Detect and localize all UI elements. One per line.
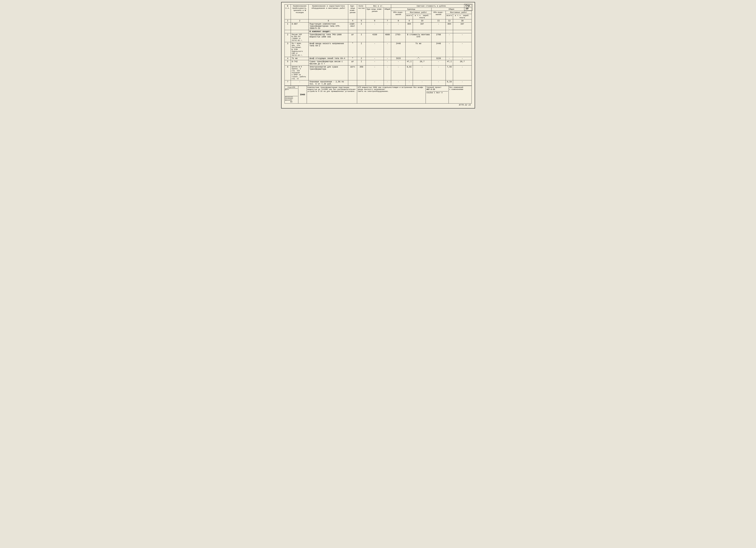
col-num-5: 5	[357, 19, 366, 23]
row6-eq1: -	[391, 65, 406, 80]
row1-num: I	[285, 23, 291, 30]
header-col5: Коли-чество	[357, 5, 366, 19]
stamp-sign: Bo	[285, 101, 298, 103]
note-m2	[413, 30, 431, 33]
row6-name: Электроэнергия для сушки трансформатора	[309, 65, 348, 80]
note-t1	[446, 30, 453, 33]
row4-total-zp: -	[453, 57, 471, 60]
col-num-6: 6	[366, 19, 384, 23]
row4-qty: 2	[357, 57, 366, 60]
bottom-reference: 8775-I2 II	[285, 104, 472, 106]
row4-mont-note: -"-	[405, 57, 431, 60]
header-eq2: Обо-рудо-вания	[431, 11, 446, 19]
row1-eq1: -	[391, 23, 406, 30]
row3-w-total: -	[384, 42, 391, 57]
row7-ref: -	[291, 80, 309, 86]
row5-num: 5	[285, 60, 291, 65]
header-eq1: Обо-рудо-вания	[391, 11, 406, 19]
footer-middle-text: КТП мощностью I000 ква отдельностоящая и…	[357, 86, 426, 103]
status-label: без изменений	[449, 86, 471, 88]
table-row: 4 То же Шкаф отходящих линий типа КН-4 "…	[285, 57, 471, 60]
row7-num: 7	[285, 80, 291, 86]
col-numbers-row: I 2 8 4 5 6 7 8 9 IO II I2 IB	[285, 19, 471, 23]
row2-unit: шт	[348, 33, 357, 42]
col-num-1: I	[285, 19, 291, 23]
page-number: Стр. IO	[464, 4, 473, 11]
header-cost: Сметная стоимость в рублях	[391, 5, 471, 8]
row3-unit: "	[348, 42, 357, 57]
bottom-ref-text: 8775-I2 II	[459, 104, 471, 106]
row2-w-total: 4880	[384, 33, 391, 42]
row5-w-total: -	[384, 60, 391, 65]
stamp-area: ОтделСМО Дата Начальник Руководил Выполн…	[285, 86, 298, 103]
row7-mont-all: -	[405, 80, 413, 86]
row6-total-all: 7,55	[446, 65, 453, 80]
row7-total-zp: -	[453, 80, 471, 86]
table-row: 6 Ценник № 8прилох. 3стр. 3IOУказанияк Е…	[285, 65, 471, 80]
stamp-labels: Начальник Руководил Выполнял	[285, 96, 298, 101]
header-col3: Наименование и характеристика оборудован…	[309, 5, 348, 19]
row4-eq2: 3220	[431, 57, 446, 60]
row6-w-unit: -	[366, 65, 384, 80]
note-m1	[405, 30, 413, 33]
row6-unit: квтч	[348, 65, 357, 80]
note-w1	[366, 30, 384, 33]
row6-mont-all: 0,0I	[405, 65, 413, 80]
row3-total-all: -	[446, 42, 453, 57]
header-weight: Вес в кг.	[366, 5, 391, 8]
col-num-12: I2	[446, 19, 453, 23]
note-ref	[291, 30, 309, 33]
row3-mont-note: То же	[405, 42, 431, 57]
row1-total-all: 864	[446, 23, 453, 30]
table-row: 3 Пр-т врем.цен, утв.постановл.№ I296Под…	[285, 42, 471, 57]
col-num-10: IO	[413, 19, 431, 23]
row5-mont-all: 47,I	[405, 60, 413, 65]
row3-eq2: 2440	[431, 42, 446, 57]
row3-num: 3	[285, 42, 291, 57]
row3-qty: I	[357, 42, 366, 57]
album-info: Альбом I Лист 9	[426, 91, 448, 94]
table-row-note: В комплект входят:	[285, 30, 471, 33]
row5-total-zp: 20,7	[453, 60, 471, 65]
row3-eq1: 2440	[391, 42, 406, 57]
row1-eq2: -	[431, 23, 446, 30]
table-row: I 8-887 Подстанция комплектная трансформ…	[285, 23, 471, 30]
row6-w-total: -	[384, 65, 391, 80]
table-row: 2 Письмо ХЗП№ П30-IO//IO805 отI5/XI-65 г…	[285, 33, 471, 42]
row1-mont-all: 864	[405, 23, 413, 30]
row5-w-unit: -	[366, 60, 384, 65]
row6-total-zp: -	[453, 65, 471, 80]
row2-total-zp: -	[453, 33, 471, 42]
note-w2	[384, 30, 391, 33]
row7-unit	[348, 80, 357, 86]
row3-total-zp: -	[453, 42, 471, 57]
row2-w-unit: 4330	[366, 33, 384, 42]
row4-name: Шкаф отходящих линий типа КН-4	[309, 57, 348, 60]
row2-qty: I	[357, 33, 366, 42]
row1-qty: I	[357, 23, 366, 30]
col-num-13: IB	[453, 19, 471, 23]
note-t2	[453, 30, 471, 33]
row1-ref: 8-887	[291, 23, 309, 30]
note-num	[285, 30, 291, 33]
col-num-8: 8	[391, 19, 406, 23]
note-qty	[357, 30, 366, 33]
project-label: Типовой проект	[426, 86, 448, 88]
header-w-total: Общий	[384, 8, 391, 19]
row5-unit: шт	[348, 60, 357, 65]
row4-w-total: -	[384, 57, 391, 60]
row6-num: 6	[285, 65, 291, 80]
row4-eq1: I6IO	[391, 57, 406, 60]
row7-mont-zp: -	[413, 80, 431, 86]
footer-status: без изменений с изменениями	[449, 86, 471, 103]
row7-name: Плановые накопления - 2,5% по поз. 6 от …	[309, 80, 348, 86]
header-mont1: Монтажных работ	[405, 11, 431, 14]
row2-mont-note: В стоимость монтажа КТП	[405, 33, 431, 42]
table-row: 7 - Плановые накопления - 2,5% по поз. 6…	[285, 80, 471, 86]
note-name: В комплект входят:	[309, 30, 348, 33]
main-table: № п.п. Наименование прейскуранта, ценник…	[285, 4, 472, 86]
row5-name: Сушка трансформатора весом с маслом до 5…	[309, 60, 348, 65]
row7-total-all: 0,I8	[446, 80, 453, 86]
row3-w-unit: -	[366, 42, 384, 57]
col-num-7: 7	[384, 19, 391, 23]
